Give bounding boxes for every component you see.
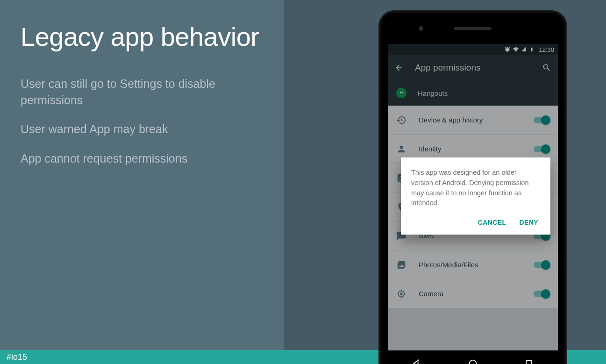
speaker-area <box>381 13 564 44</box>
slide-title: Legacy app behavior <box>21 21 264 53</box>
dialog-actions: CANCEL DENY <box>411 219 540 229</box>
svg-rect-2 <box>526 360 532 364</box>
bullet-item: App cannot request permissions <box>21 150 264 167</box>
phone-screen: 12:30 App permissions <box>388 44 558 350</box>
bullet-item: User warned App may break <box>21 121 264 137</box>
dialog-message: This app was designed for an older versi… <box>411 168 540 208</box>
cancel-button[interactable]: CANCEL <box>478 219 506 226</box>
warning-dialog: This app was designed for an older versi… <box>401 157 550 235</box>
nav-home-icon[interactable] <box>468 358 478 364</box>
svg-point-1 <box>470 360 477 364</box>
nav-recent-icon[interactable] <box>524 358 535 364</box>
phone-frame: 12:30 App permissions <box>378 10 567 364</box>
footer-hashtag: #io15 <box>7 352 27 362</box>
speaker-slot <box>454 27 492 30</box>
nav-back-icon[interactable] <box>411 358 421 364</box>
bullet-item: User can still go to Settings to disable… <box>21 76 264 108</box>
phone-inner: 12:30 App permissions <box>381 13 564 364</box>
camera-dot <box>419 26 423 31</box>
left-pane: Legacy app behavior User can still go to… <box>0 0 284 350</box>
slide-stage: Legacy app behavior User can still go to… <box>0 0 606 350</box>
deny-button[interactable]: DENY <box>520 219 539 226</box>
phone-nav-bar <box>388 352 558 364</box>
right-pane: 12:30 App permissions <box>284 0 606 350</box>
